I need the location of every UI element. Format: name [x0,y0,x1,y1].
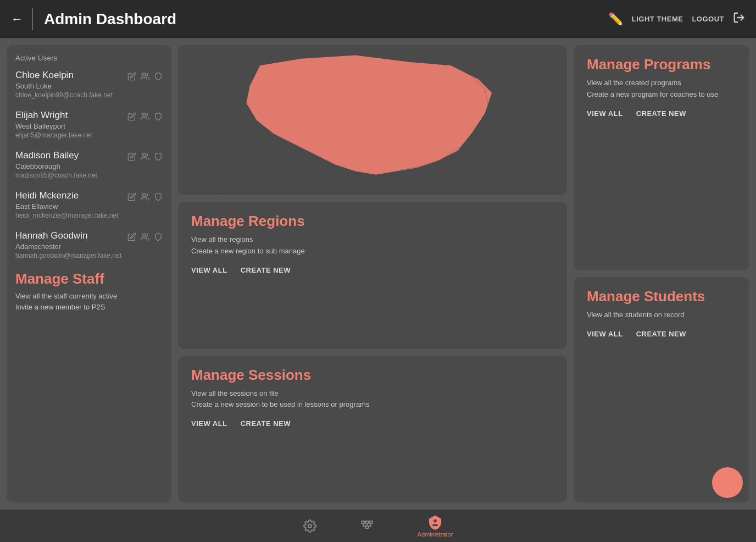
manage-programs-title: Manage Programs [587,56,736,73]
svg-point-1 [142,73,145,76]
manage-sessions-card: Manage Sessions View all the sessions on… [178,356,567,503]
admin-nav-icon [427,515,443,530]
shield-icon[interactable] [154,112,163,123]
user-location: East Ellaview [15,202,119,211]
programs-view-all-button[interactable]: VIEW ALL [587,109,623,118]
svg-point-16 [433,519,437,523]
svg-point-3 [142,153,145,156]
user-name: Elijah Wright [15,110,92,121]
svg-point-4 [142,193,145,196]
user-email: heidi_mckenzie@manager.fake.net [15,212,119,219]
admin-nav-label: Administrator [418,531,453,538]
manage-sessions-desc: View all the sessions on file Create a n… [191,388,554,411]
user-location: South Luke [15,82,113,90]
active-users-title: Active Users [15,54,163,62]
user-email: madison85@coach.fake.net [15,172,97,179]
nav-item-settings[interactable] [303,519,316,533]
main-content: Active Users Chloe Koelpin South Luke ch… [0,38,756,509]
edit-icon[interactable] [127,192,136,203]
group-icon[interactable] [141,233,149,244]
center-panel: Manage Regions View all the regions Crea… [178,45,567,502]
user-name: Heidi Mckenzie [15,190,119,201]
list-item: Heidi Mckenzie East Ellaview heidi_mcken… [15,190,163,219]
students-create-new-button[interactable]: CREATE NEW [636,330,686,338]
regions-view-all-button[interactable]: VIEW ALL [191,266,227,274]
sessions-view-all-button[interactable]: VIEW ALL [191,419,227,428]
org-nav-icon [360,519,374,533]
nav-item-admin[interactable]: Administrator [418,515,453,538]
svg-point-2 [142,113,145,116]
user-email: hannah.goodwin@manager.fake.net [15,252,121,259]
list-item: Hannah Goodwin Adamschester hannah.goodw… [15,230,163,259]
header: ← Admin Dashboard ✏️ LIGHT THEME LOGOUT [0,0,756,38]
theme-toggle[interactable]: LIGHT THEME [632,15,683,23]
manage-staff-title: Manage Staff [15,270,163,287]
user-email: elijah5@manager.fake.net [15,131,92,139]
edit-icon[interactable] [127,72,136,83]
theme-icon: ✏️ [608,12,623,26]
programs-create-new-button[interactable]: CREATE NEW [636,109,686,118]
logout-button[interactable]: LOGOUT [692,15,724,23]
user-location: West Baileyport [15,122,92,130]
manage-staff-section: Manage Staff View all the staff currentl… [15,270,163,312]
shield-icon[interactable] [154,192,163,203]
manage-regions-actions: VIEW ALL CREATE NEW [191,266,554,274]
back-button[interactable]: ← [11,12,23,26]
manage-programs-actions: VIEW ALL CREATE NEW [587,109,736,118]
students-view-all-button[interactable]: VIEW ALL [587,330,623,338]
manage-students-desc: View all the students on record [587,309,736,321]
group-icon[interactable] [141,72,149,83]
svg-rect-15 [365,526,369,528]
edit-icon[interactable] [127,112,136,123]
manage-sessions-actions: VIEW ALL CREATE NEW [191,419,554,428]
bottom-nav: Administrator [0,509,756,542]
svg-point-5 [142,234,145,236]
settings-nav-icon [303,519,316,533]
map-card [178,45,567,195]
logout-icon[interactable] [733,12,745,27]
user-location: Adamschester [15,242,121,251]
manage-regions-desc: View all the regions Create a new region… [191,234,554,257]
manage-programs-card: Manage Programs View all the created pro… [574,45,749,270]
shield-icon[interactable] [154,152,163,163]
user-email: chloe_koelpin99@coach.fake.net [15,91,113,99]
user-name: Chloe Koelpin [15,70,113,81]
group-icon[interactable] [141,112,149,123]
manage-programs-desc: View all the created programs Create a n… [587,78,736,101]
user-location: Calebborough [15,162,97,170]
group-icon[interactable] [141,152,149,163]
user-name: Madison Bailey [15,150,97,161]
manage-students-actions: VIEW ALL CREATE NEW [587,330,736,338]
regions-create-new-button[interactable]: CREATE NEW [241,266,291,274]
nav-item-org[interactable] [360,519,374,533]
list-item: Chloe Koelpin South Luke chloe_koelpin99… [15,70,163,99]
edit-icon[interactable] [127,233,136,244]
user-name: Hannah Goodwin [15,230,121,241]
fab-button[interactable] [712,467,743,498]
right-panel: Manage Programs View all the created pro… [574,45,749,502]
group-icon[interactable] [141,192,149,203]
shield-icon[interactable] [154,233,163,244]
header-right: ✏️ LIGHT THEME LOGOUT [608,12,745,27]
list-item: Elijah Wright West Baileyport elijah5@ma… [15,110,163,139]
left-panel: Active Users Chloe Koelpin South Luke ch… [7,45,171,502]
manage-staff-desc: View all the staff currently active Invi… [15,291,163,312]
manage-students-title: Manage Students [587,288,736,305]
header-divider [32,8,33,30]
edit-icon[interactable] [127,152,136,163]
list-item: Madison Bailey Calebborough madison85@co… [15,150,163,179]
shield-icon[interactable] [154,72,163,83]
svg-point-7 [308,524,312,528]
manage-regions-title: Manage Regions [191,213,554,230]
page-title: Admin Dashboard [44,10,608,28]
sessions-create-new-button[interactable]: CREATE NEW [241,419,291,428]
manage-sessions-title: Manage Sessions [191,367,554,384]
manage-regions-card: Manage Regions View all the regions Crea… [178,202,567,349]
